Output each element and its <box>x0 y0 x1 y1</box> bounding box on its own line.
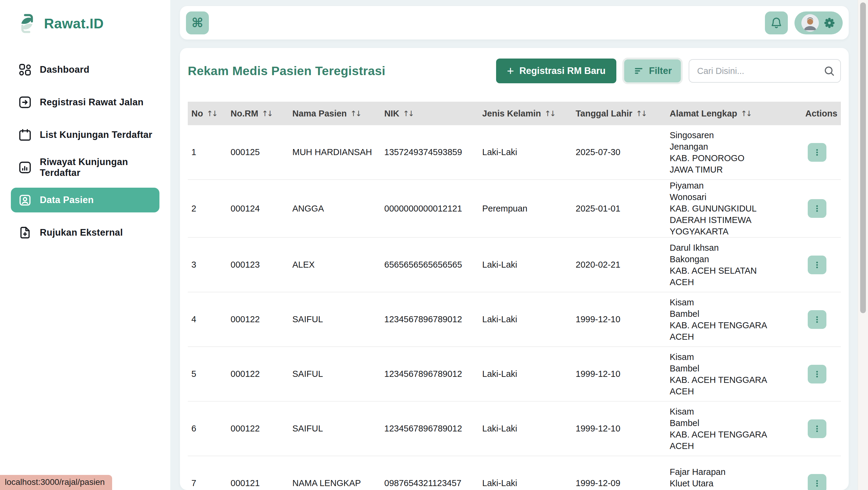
col-header-nik[interactable]: NIK↑↓ <box>381 109 478 119</box>
cell-rm: 000122 <box>227 424 289 434</box>
sidebar-item-label: List Kunjungan Terdaftar <box>40 129 152 140</box>
cell-address: SingosarenJenanganKAB. PONOROGOJAWA TIMU… <box>666 129 802 175</box>
row-actions-button[interactable] <box>808 310 827 329</box>
vertical-scrollbar-thumb[interactable] <box>860 2 866 313</box>
cell-dob: 2025-07-30 <box>572 147 666 157</box>
sidebar-item-label: Data Pasien <box>40 195 94 205</box>
sort-icon: ↑↓ <box>545 109 555 118</box>
row-actions-button[interactable] <box>808 143 827 162</box>
cell-dob: 2020-02-21 <box>572 260 666 270</box>
sidebar-item-label: Rujukan Eksternal <box>40 227 123 238</box>
cell-no: 7 <box>188 478 227 488</box>
table-row: 6000122SAIFUL1234567896789012Laki-Laki19… <box>188 402 841 456</box>
cell-gender: Perempuan <box>478 204 572 213</box>
sort-icon: ↑↓ <box>636 109 646 118</box>
col-header-label: Actions <box>805 109 837 119</box>
command-button[interactable]: ⌘ <box>186 11 209 34</box>
sidebar-item-riwayat-kunjungan-terdaftar[interactable]: Riwayat Kunjungan Terdaftar <box>11 155 159 180</box>
sidebar-item-dashboard[interactable]: Dashboard <box>11 57 159 82</box>
topbar: ⌘ <box>180 6 849 39</box>
search-wrap <box>689 59 841 83</box>
sidebar-item-list-kunjungan-terdaftar[interactable]: List Kunjungan Terdaftar <box>11 122 159 147</box>
brand-name: Rawat.ID <box>44 16 104 32</box>
address-line: Bakongan <box>670 254 802 265</box>
bell-icon <box>770 17 783 29</box>
row-actions-button[interactable] <box>808 256 827 274</box>
col-header-alamat-lengkap[interactable]: Alamat Lengkap↑↓ <box>666 109 802 119</box>
address-line: DAERAH ISTIMEWA YOGYAKARTA <box>670 214 802 237</box>
kebab-menu-icon <box>812 424 822 433</box>
address-line: KAB. ACEH TENGGARA <box>670 429 802 440</box>
col-header-jenis-kelamin[interactable]: Jenis Kelamin↑↓ <box>478 109 572 119</box>
kebab-menu-icon <box>812 479 822 488</box>
cell-name: SAIFUL <box>289 424 381 434</box>
filter-button[interactable]: Filter <box>624 59 681 82</box>
cell-address: Fajar HarapanKluet UtaraKAB. ACEH SELATA… <box>666 466 802 490</box>
sidebar-item-rujukan-eksternal[interactable]: Rujukan Eksternal <box>11 220 159 245</box>
cell-no: 2 <box>188 204 227 213</box>
chart-icon <box>18 161 32 174</box>
sidebar-item-label: Dashboard <box>40 64 90 75</box>
cell-actions <box>802 256 841 274</box>
search-input[interactable] <box>689 59 841 83</box>
profile-menu[interactable] <box>795 11 843 34</box>
sidebar-item-registrasi-rawat-jalan[interactable]: Registrasi Rawat Jalan <box>11 90 159 115</box>
address-line: Singosaren <box>670 129 802 141</box>
cell-nik: 0000000000012121 <box>381 204 478 213</box>
cell-gender: Laki-Laki <box>478 314 572 324</box>
cell-name: MUH HARDIANSAH <box>289 147 381 157</box>
col-header-tanggal-lahir[interactable]: Tanggal Lahir↑↓ <box>572 109 666 119</box>
cell-rm: 000121 <box>227 478 289 488</box>
cell-dob: 1999-12-09 <box>572 478 666 488</box>
address-line: ACEH <box>670 331 802 342</box>
cell-name: ALEX <box>289 260 381 270</box>
address-line: KAB. ACEH TENGGARA <box>670 374 802 385</box>
search-icon <box>824 65 835 77</box>
cell-no: 5 <box>188 369 227 379</box>
cell-nik: 6565656565656565 <box>381 260 478 270</box>
table-row: 2000124ANGGA0000000000012121Perempuan202… <box>188 180 841 238</box>
cell-name: SAIFUL <box>289 369 381 379</box>
file-plus-icon <box>18 226 32 239</box>
col-header-label: Nama Pasien <box>292 109 347 119</box>
cell-no: 1 <box>188 147 227 157</box>
sort-icon: ↑↓ <box>262 109 272 118</box>
table-row: 7000121NAMA LENGKAP0987654321123457Laki-… <box>188 456 841 490</box>
notifications-button[interactable] <box>765 11 788 34</box>
sort-icon: ↑↓ <box>741 109 751 118</box>
cell-dob: 1999-12-10 <box>572 424 666 434</box>
sort-icon: ↑↓ <box>350 109 361 118</box>
new-registration-button[interactable]: + Registrasi RM Baru <box>496 59 616 83</box>
command-icon: ⌘ <box>192 16 204 30</box>
plus-icon: + <box>507 65 514 77</box>
col-header-no-rm[interactable]: No.RM↑↓ <box>227 109 289 119</box>
cell-actions <box>802 143 841 162</box>
sidebar-menu: DashboardRegistrasi Rawat JalanList Kunj… <box>0 57 170 245</box>
cell-rm: 000124 <box>227 204 289 213</box>
vertical-scrollbar-track[interactable] <box>858 0 868 490</box>
kebab-menu-icon <box>812 148 822 157</box>
cell-name: ANGGA <box>289 204 381 213</box>
new-registration-label: Registrasi RM Baru <box>519 65 606 76</box>
row-actions-button[interactable] <box>808 474 827 490</box>
sidebar-item-data-pasien[interactable]: Data Pasien <box>11 188 159 212</box>
row-actions-button[interactable] <box>808 420 827 438</box>
address-line: Kisam <box>670 406 802 417</box>
col-header-no[interactable]: No↑↓ <box>188 109 227 119</box>
cell-no: 6 <box>188 424 227 434</box>
dashboard-icon <box>18 63 32 77</box>
cell-rm: 000122 <box>227 369 289 379</box>
col-header-nama-pasien[interactable]: Nama Pasien↑↓ <box>289 109 381 119</box>
col-header-label: Jenis Kelamin <box>482 109 541 119</box>
calendar-icon <box>18 128 32 142</box>
address-line: Bambel <box>670 308 802 319</box>
patients-table: No↑↓No.RM↑↓Nama Pasien↑↓NIK↑↓Jenis Kelam… <box>188 102 841 490</box>
cell-rm: 000122 <box>227 314 289 324</box>
address-line: Fajar Harapan <box>670 466 802 478</box>
cell-nik: 1357249374593859 <box>381 147 478 157</box>
row-actions-button[interactable] <box>808 365 827 383</box>
address-line: Bambel <box>670 363 802 374</box>
patient-card-icon <box>18 193 32 207</box>
patients-card: Rekam Medis Pasien Teregistrasi + Regist… <box>180 48 849 490</box>
row-actions-button[interactable] <box>808 199 827 218</box>
